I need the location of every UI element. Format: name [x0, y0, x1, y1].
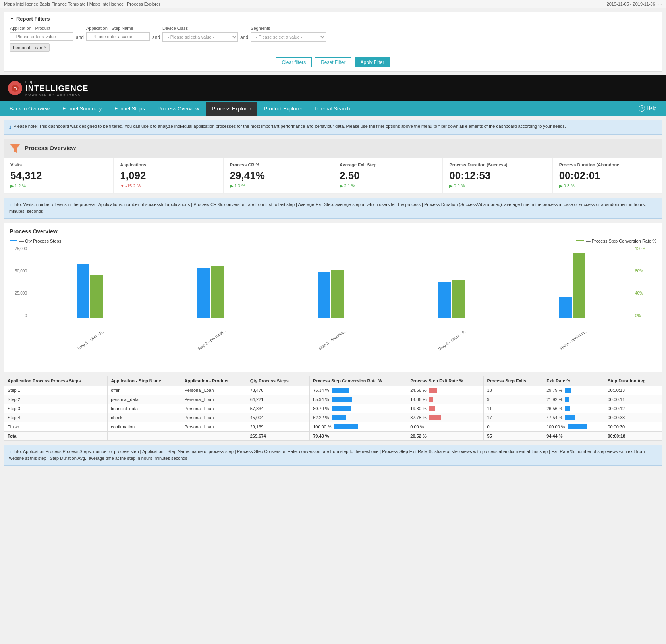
td-0-2: Personal_Loan: [181, 386, 247, 395]
kpi-value-0: 54,312: [10, 170, 107, 182]
legend-green-line: [576, 240, 584, 241]
kpi-trend-3: ▶2.1 %: [340, 183, 436, 189]
kpi-info-text: Info: Visits: number of visits in the pr…: [9, 202, 646, 214]
nav-funnel-steps[interactable]: Funnel Steps: [108, 102, 151, 116]
kpi-cell-5: Process Duration (Abandone... 00:02:01 ▶…: [553, 158, 662, 193]
td-3-8: 00:00:38: [604, 413, 662, 422]
legend-left-label: — Qty Process Steps: [19, 239, 61, 243]
table-body: Step 1offerPersonal_Loan73,47675.34 %24.…: [4, 386, 662, 440]
td-4-2: Personal_Loan: [181, 422, 247, 431]
intelligence-header: m mapp INTELLIGENCE POWERED BY WEBTREKK: [0, 75, 666, 101]
td-0-3: 73,476: [247, 386, 309, 395]
nav-help[interactable]: ? Help: [632, 101, 663, 116]
and-label-1: and: [76, 26, 84, 40]
kpi-cell-1: Applications 1,092 ▼-15.2 %: [114, 158, 223, 193]
td-1-1: personal_data: [108, 395, 181, 404]
report-filters-panel: ▼ Report Filters Application - Product P…: [4, 12, 662, 72]
menu-dots[interactable]: ···: [658, 2, 662, 6]
process-steps-table: Application Process Process StepsApplica…: [4, 376, 662, 441]
td-1-5: 14.06 %: [407, 395, 484, 404]
nav-process-overview[interactable]: Process Overview: [151, 102, 206, 116]
chart-y-labels: 75,00050,00025,0000: [10, 247, 29, 318]
legend-conversion: — Process Step Conversion Rate %: [576, 239, 656, 243]
td-5-8: 00:00:18: [604, 431, 662, 440]
filter1-remove[interactable]: ×: [44, 44, 47, 50]
td-1-0: Step 2: [4, 395, 108, 404]
kpi-label-3: Average Exit Step: [340, 162, 436, 167]
filter2-label: Application - Step Name: [86, 26, 150, 31]
kpi-trend-1: ▼-15.2 %: [120, 183, 216, 188]
chart-section: Process Overview — Qty Process Steps — P…: [4, 223, 662, 372]
td-0-1: offer: [108, 386, 181, 395]
th-2: Application - Product: [181, 376, 247, 386]
td-5-0: Total: [4, 431, 108, 440]
section-title: Process Overview: [25, 145, 76, 151]
clear-filters-button[interactable]: Clear filters: [276, 57, 312, 67]
filter1-tag: Personal_Loan ×: [10, 43, 50, 52]
chart-y-labels-right: 120%80%40%0%: [633, 247, 656, 318]
intel-logo: m mapp INTELLIGENCE POWERED BY WEBTREKK: [8, 80, 89, 96]
bar-green-1: [211, 266, 224, 318]
td-5-2: [181, 431, 247, 440]
funnel-icon: [10, 143, 21, 154]
nav-process-explorer[interactable]: Process Explorer: [206, 102, 258, 116]
td-5-1: [108, 431, 181, 440]
apply-filter-button[interactable]: Apply Filter: [355, 57, 390, 67]
td-1-8: 00:00:11: [604, 395, 662, 404]
nav-product-explorer[interactable]: Product Explorer: [257, 102, 309, 116]
kpi-cell-3: Average Exit Step 2.50 ▶2.1 %: [333, 158, 443, 193]
th-8: Step Duration Avg: [604, 376, 662, 386]
nav-funnel-summary[interactable]: Funnel Summary: [56, 102, 108, 116]
kpi-label-0: Visits: [10, 162, 107, 167]
kpi-label-2: Process CR %: [230, 162, 326, 167]
table-header: Application Process Process StepsApplica…: [4, 376, 662, 386]
chart-wrapper: 75,00050,00025,0000 120%80%40%0% Step 1 …: [10, 247, 656, 366]
filter3-select[interactable]: - Please select a value -: [162, 32, 238, 42]
td-3-3: 45,004: [247, 413, 309, 422]
filter2-input[interactable]: [86, 32, 150, 41]
bar-blue-2: [318, 272, 330, 318]
nav-internal-search[interactable]: Internal Search: [309, 102, 356, 116]
and-label-2: and: [152, 26, 160, 40]
td-1-6: 9: [484, 395, 543, 404]
svg-marker-2: [10, 144, 20, 153]
report-filters-title[interactable]: ▼ Report Filters: [10, 16, 656, 22]
kpi-value-5: 00:02:01: [559, 170, 656, 182]
kpi-value-1: 1,092: [120, 170, 216, 182]
filter-application-product: Application - Product Personal_Loan ×: [10, 26, 73, 52]
table-row: Step 2personal_dataPersonal_Loan64,22185…: [4, 395, 662, 404]
filter-segments: Segments - Please select a value -: [251, 26, 326, 42]
td-5-6: 55: [484, 431, 543, 440]
td-2-0: Step 3: [4, 404, 108, 413]
td-4-0: Finish: [4, 422, 108, 431]
mapp-logo-text: mapp: [25, 80, 89, 84]
filter1-input[interactable]: [10, 32, 73, 41]
filter-buttons: Clear filters Reset Filter Apply Filter: [10, 57, 656, 67]
td-2-6: 11: [484, 404, 543, 413]
filter4-label: Segments: [251, 26, 326, 31]
td-2-8: 00:00:12: [604, 404, 662, 413]
td-5-3: 269,674: [247, 431, 309, 440]
intel-subtitle: POWERED BY WEBTREKK: [25, 93, 89, 96]
td-0-0: Step 1: [4, 386, 108, 395]
th-0: Application Process Process Steps: [4, 376, 108, 386]
kpi-cell-2: Process CR % 29,41% ▶1.3 %: [224, 158, 333, 193]
mapp-logo-icon: m: [8, 81, 22, 95]
legend-qty: — Qty Process Steps: [10, 239, 61, 243]
table-row: Step 1offerPersonal_Loan73,47675.34 %24.…: [4, 386, 662, 395]
kpi-trend-0: ▶1.2 %: [10, 183, 107, 189]
td-1-4: 85.94 %: [310, 395, 407, 404]
filter4-select[interactable]: - Please select a value -: [251, 32, 326, 42]
table-row: Step 4checkPersonal_Loan45,00462.22 %37.…: [4, 413, 662, 422]
th-4: Process Step Conversion Rate %: [310, 376, 407, 386]
kpi-trend-2: ▶1.3 %: [230, 183, 326, 189]
kpi-label-1: Applications: [120, 162, 216, 167]
kpi-label-4: Process Duration (Success): [449, 162, 546, 167]
reset-filter-button[interactable]: Reset Filter: [315, 57, 351, 67]
td-5-5: 20.52 %: [407, 431, 484, 440]
td-3-2: Personal_Loan: [181, 413, 247, 422]
kpi-value-2: 29,41%: [230, 170, 326, 182]
td-3-0: Step 4: [4, 413, 108, 422]
td-3-4: 62.22 %: [310, 413, 407, 422]
nav-back-to-overview[interactable]: Back to Overview: [3, 102, 56, 116]
